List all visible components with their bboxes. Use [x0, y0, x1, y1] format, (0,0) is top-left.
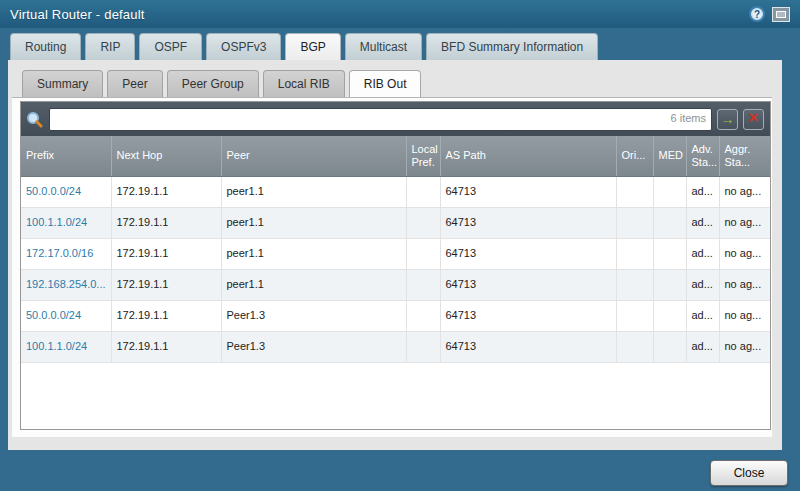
apply-filter-arrow-icon: →	[721, 112, 735, 126]
cell: ad...	[686, 300, 719, 331]
column-header-prefix[interactable]: Prefix	[21, 136, 111, 176]
cell: ad...	[686, 207, 719, 238]
restore-window-inner	[776, 11, 786, 18]
search-wrap: 6 items	[49, 108, 712, 131]
cell: 172.19.1.1	[111, 269, 221, 300]
column-header-med[interactable]: MED	[653, 136, 686, 176]
column-header-next-hop[interactable]: Next Hop	[111, 136, 221, 176]
cell: peer1.1	[221, 207, 406, 238]
table-header-row: PrefixNext HopPeerLocal Pref.AS PathOri.…	[21, 136, 770, 176]
subtab-summary[interactable]: Summary	[22, 70, 103, 97]
cell	[406, 300, 440, 331]
cell: ad...	[686, 176, 719, 207]
subtab-peer-group[interactable]: Peer Group	[167, 70, 259, 97]
table-row[interactable]: 50.0.0.0/24172.19.1.1peer1.164713ad...no…	[21, 176, 770, 207]
tab-body: 6 items → ×	[12, 97, 772, 437]
prefix-cell: 192.168.254.0...	[21, 269, 111, 300]
cell	[406, 331, 440, 362]
rib-out-table: PrefixNext HopPeerLocal Pref.AS PathOri.…	[21, 136, 770, 363]
dialog-titlebar: Virtual Router - default ?	[0, 0, 800, 28]
cell	[406, 207, 440, 238]
cell	[406, 269, 440, 300]
table-row[interactable]: 192.168.254.0...172.19.1.1peer1.164713ad…	[21, 269, 770, 300]
cell: 172.19.1.1	[111, 300, 221, 331]
cell	[616, 331, 653, 362]
cell	[653, 300, 686, 331]
filter-toolbar: 6 items → ×	[21, 102, 770, 136]
cell	[406, 176, 440, 207]
column-header-adv-sta[interactable]: Adv. Sta...	[686, 136, 719, 176]
dialog-title: Virtual Router - default	[10, 7, 145, 22]
cell: 64713	[440, 331, 616, 362]
cell: Peer1.3	[221, 300, 406, 331]
cell: peer1.1	[221, 176, 406, 207]
tab-bgp[interactable]: BGP	[285, 33, 340, 60]
subtab-rib-out[interactable]: RIB Out	[349, 70, 422, 97]
cell: 64713	[440, 176, 616, 207]
column-header-ori[interactable]: Ori...	[616, 136, 653, 176]
titlebar-icons: ?	[749, 6, 790, 22]
cell	[653, 176, 686, 207]
column-header-local-pref[interactable]: Local Pref.	[406, 136, 440, 176]
tab-routing[interactable]: Routing	[10, 33, 81, 60]
prefix-cell: 50.0.0.0/24	[21, 300, 111, 331]
table-row[interactable]: 100.1.1.0/24172.19.1.1Peer1.364713ad...n…	[21, 331, 770, 362]
cell: 172.19.1.1	[111, 331, 221, 362]
cell: no ag...	[719, 207, 770, 238]
table-row[interactable]: 172.17.0.0/16172.19.1.1peer1.164713ad...…	[21, 238, 770, 269]
close-button[interactable]: Close	[710, 460, 788, 486]
tab-bfd-summary-information[interactable]: BFD Summary Information	[426, 33, 598, 60]
cell	[653, 238, 686, 269]
rib-out-panel: 6 items → ×	[20, 101, 771, 430]
cell: ad...	[686, 331, 719, 362]
table-row[interactable]: 100.1.1.0/24172.19.1.1peer1.164713ad...n…	[21, 207, 770, 238]
restore-window-icon[interactable]	[772, 7, 790, 22]
help-icon[interactable]: ?	[749, 6, 765, 22]
clear-filter-button[interactable]: ×	[743, 109, 764, 130]
cell	[653, 269, 686, 300]
cell: 172.19.1.1	[111, 238, 221, 269]
cell: ad...	[686, 238, 719, 269]
cell: peer1.1	[221, 269, 406, 300]
sub-tabs: SummaryPeerPeer GroupLocal RIBRIB Out	[22, 70, 421, 97]
search-icon	[25, 110, 44, 129]
rib-out-grid: PrefixNext HopPeerLocal Pref.AS PathOri.…	[21, 136, 770, 429]
cell: no ag...	[719, 176, 770, 207]
virtual-router-dialog: Virtual Router - default ? RoutingRIPOSP…	[0, 0, 800, 491]
tab-ospfv3[interactable]: OSPFv3	[206, 33, 281, 60]
cell: 64713	[440, 300, 616, 331]
prefix-cell: 50.0.0.0/24	[21, 176, 111, 207]
cell	[653, 331, 686, 362]
cell: 172.19.1.1	[111, 176, 221, 207]
cell: 64713	[440, 238, 616, 269]
prefix-cell: 100.1.1.0/24	[21, 331, 111, 362]
cell: no ag...	[719, 331, 770, 362]
table-body: 50.0.0.0/24172.19.1.1peer1.164713ad...no…	[21, 176, 770, 362]
cell: no ag...	[719, 269, 770, 300]
cell	[616, 176, 653, 207]
cell: peer1.1	[221, 238, 406, 269]
table-row[interactable]: 50.0.0.0/24172.19.1.1Peer1.364713ad...no…	[21, 300, 770, 331]
subtab-peer[interactable]: Peer	[107, 70, 162, 97]
cell	[616, 207, 653, 238]
tab-rip[interactable]: RIP	[85, 33, 135, 60]
cell	[616, 269, 653, 300]
prefix-cell: 100.1.1.0/24	[21, 207, 111, 238]
main-tabs: RoutingRIPOSPFOSPFv3BGPMulticastBFD Summ…	[10, 33, 598, 60]
cell: no ag...	[719, 238, 770, 269]
cell	[616, 238, 653, 269]
cell	[653, 207, 686, 238]
column-header-peer[interactable]: Peer	[221, 136, 406, 176]
prefix-cell: 172.17.0.0/16	[21, 238, 111, 269]
apply-filter-button[interactable]: →	[717, 109, 738, 130]
cell: 64713	[440, 207, 616, 238]
filter-input[interactable]	[49, 108, 712, 131]
dialog-content: SummaryPeerPeer GroupLocal RIBRIB Out 6 …	[8, 60, 782, 450]
cell: ad...	[686, 269, 719, 300]
column-header-as-path[interactable]: AS Path	[440, 136, 616, 176]
column-header-aggr-sta[interactable]: Aggr. Sta...	[719, 136, 770, 176]
cell: 172.19.1.1	[111, 207, 221, 238]
tab-multicast[interactable]: Multicast	[345, 33, 422, 60]
tab-ospf[interactable]: OSPF	[139, 33, 202, 60]
subtab-local-rib[interactable]: Local RIB	[263, 70, 345, 97]
